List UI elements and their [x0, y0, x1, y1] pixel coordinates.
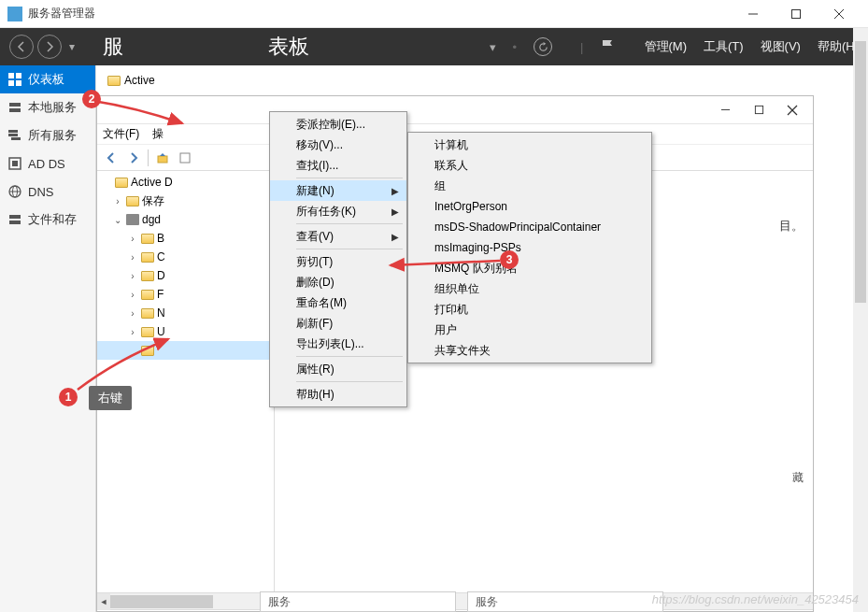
menu-view[interactable]: 查看(V)▶ [270, 226, 406, 247]
submenu-arrow-icon: ▶ [391, 232, 399, 242]
menu-properties[interactable]: 属性(R) [270, 359, 406, 379]
separator: • [513, 40, 518, 54]
scroll-thumb[interactable] [855, 41, 866, 303]
menu-help[interactable]: 帮助(H) [270, 384, 406, 405]
folder-icon [107, 76, 121, 86]
menu-find[interactable]: 查找(I)... [270, 155, 406, 176]
sidebar-item-adds[interactable]: AD DS [0, 149, 95, 178]
submenu-user[interactable]: 用户 [408, 320, 651, 340]
menu-tools[interactable]: 工具(T) [704, 38, 744, 55]
svg-rect-4 [8, 73, 14, 78]
tree-node[interactable]: ›C [97, 248, 274, 266]
svg-rect-6 [8, 80, 14, 86]
svg-rect-10 [8, 130, 18, 133]
menu-rename[interactable]: 重命名(M) [270, 292, 406, 313]
tb-back-button[interactable] [101, 148, 121, 168]
flag-icon[interactable] [601, 39, 614, 54]
submenu-computer[interactable]: 计算机 [408, 135, 651, 155]
sidebar-item-dns[interactable]: DNS [0, 178, 95, 206]
sidebar-item-all[interactable]: 所有服务 [0, 121, 95, 149]
menu-new[interactable]: 新建(N)▶ [270, 180, 406, 201]
tree-root[interactable]: Active D [97, 173, 274, 192]
tree-node[interactable]: ›N [97, 304, 274, 322]
submenu-group[interactable]: 组 [408, 176, 651, 196]
svg-rect-14 [12, 161, 18, 166]
submenu-msimaging[interactable]: msImaging-PSPs [408, 237, 651, 258]
menu-view[interactable]: 视图(V) [761, 38, 801, 55]
refresh-button[interactable] [534, 37, 552, 56]
menu-cut[interactable]: 剪切(T) [270, 251, 406, 272]
folder-icon [115, 178, 128, 188]
header-title: 服表板 [103, 33, 490, 61]
inner-minimize-button[interactable] [708, 99, 742, 121]
submenu-printer[interactable]: 打印机 [408, 299, 651, 320]
submenu-inetorg[interactable]: InetOrgPerson [408, 196, 651, 217]
menu-move[interactable]: 移动(V)... [270, 135, 406, 155]
context-menu: 委派控制(E)... 移动(V)... 查找(I)... 新建(N)▶ 所有任务… [269, 111, 407, 407]
details-text: 目。 [779, 218, 804, 235]
menu-alltasks[interactable]: 所有任务(K)▶ [270, 201, 406, 221]
svg-rect-5 [16, 73, 21, 78]
nav-dropdown-icon[interactable]: ▾ [69, 40, 75, 53]
tb-forward-button[interactable] [123, 148, 144, 168]
header-dropdown-icon[interactable]: ▾ [490, 40, 496, 54]
sidebar-item-label: DNS [28, 185, 53, 199]
separator: | [580, 40, 583, 54]
tree-node[interactable]: ›B [97, 229, 274, 248]
sidebar-item-dashboard[interactable]: 仪表板 [0, 65, 95, 93]
bottom-fragment: 服务 [260, 591, 456, 612]
tree-panel[interactable]: Active D ›保存 ⌄dgd ›B ›C ›D ›F ›N ›U [97, 171, 275, 592]
inner-close-button[interactable] [776, 99, 809, 121]
scroll-left-icon[interactable]: ◄ [97, 593, 110, 610]
vertical-scrollbar[interactable] [853, 28, 868, 612]
menu-refresh[interactable]: 刷新(F) [270, 313, 406, 334]
submenu-arrow-icon: ▶ [391, 186, 399, 196]
annotation-badge-3: 3 [500, 250, 519, 269]
app-icon [7, 7, 22, 21]
tree-node[interactable]: ›D [97, 266, 274, 285]
menu-ops[interactable]: 操 [152, 126, 164, 142]
maximize-button[interactable] [775, 0, 818, 28]
nav-back-button[interactable] [9, 35, 34, 59]
menu-delegate[interactable]: 委派控制(E)... [270, 114, 406, 135]
window-titlebar: 服务器管理器 [0, 0, 868, 28]
scroll-thumb[interactable] [110, 595, 213, 608]
tree-node[interactable]: ›F [97, 285, 274, 304]
tb-up-button[interactable] [152, 148, 173, 168]
server-icon [7, 100, 22, 115]
submenu-sharedfolder[interactable]: 共享文件夹 [408, 340, 651, 361]
sidebar-item-local[interactable]: 本地服务 [0, 93, 95, 121]
close-button[interactable] [818, 0, 861, 28]
nav-forward-button[interactable] [37, 35, 62, 59]
tree-node[interactable]: ›保存 [97, 192, 274, 210]
submenu-msmq[interactable]: MSMQ 队列别名 [408, 258, 651, 278]
svg-rect-24 [158, 156, 167, 163]
svg-rect-1 [792, 9, 801, 18]
menu-manage[interactable]: 管理(M) [645, 38, 688, 55]
minimize-button[interactable] [732, 0, 775, 28]
tb-more-button[interactable] [175, 148, 195, 168]
domain-icon [126, 214, 139, 225]
submenu-contact[interactable]: 联系人 [408, 155, 651, 176]
menu-delete[interactable]: 删除(D) [270, 272, 406, 292]
adds-icon [7, 156, 22, 171]
tree-node[interactable]: ⌄dgd [97, 210, 274, 229]
sidebar-item-label: 所有服务 [28, 127, 77, 144]
svg-rect-11 [8, 134, 18, 136]
files-icon [7, 212, 22, 227]
annotation-badge-2: 2 [82, 90, 101, 108]
servers-icon [7, 128, 22, 143]
sidebar-item-files[interactable]: 文件和存 [0, 206, 95, 234]
menu-file[interactable]: 文件(F) [103, 126, 139, 142]
tree-node-selected[interactable] [97, 341, 274, 360]
sidebar-item-label: 仪表板 [28, 71, 64, 88]
inner-maximize-button[interactable] [742, 99, 776, 121]
tree-node[interactable]: ›U [97, 322, 274, 341]
side-text: 藏 [792, 470, 804, 486]
folder-icon [141, 271, 154, 281]
submenu-msds[interactable]: msDS-ShadowPrincipalContainer [408, 217, 651, 237]
ou-icon [141, 346, 154, 356]
submenu-ou[interactable]: 组织单位 [408, 278, 651, 299]
svg-rect-12 [11, 137, 21, 140]
menu-export[interactable]: 导出列表(L)... [270, 334, 406, 354]
